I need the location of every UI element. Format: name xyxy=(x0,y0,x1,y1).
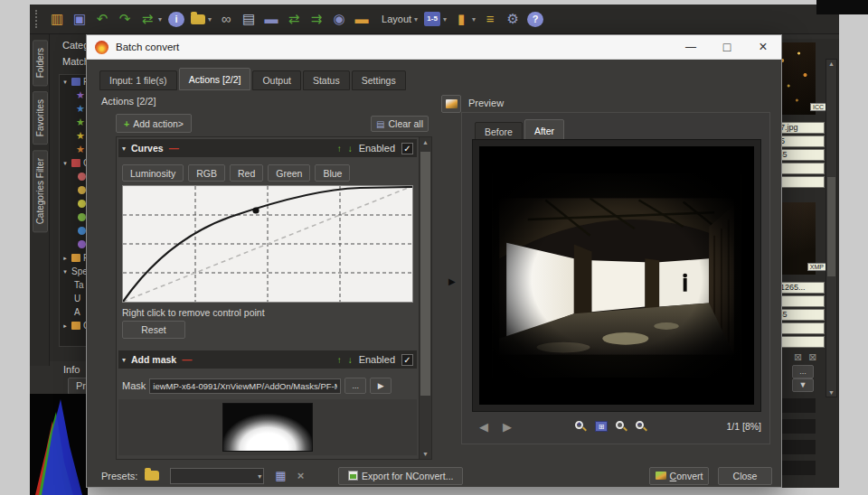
settings-icon[interactable]: ⚙ xyxy=(505,10,521,28)
tree-expander-icon[interactable]: ▾ xyxy=(61,160,69,167)
tree-expander-icon[interactable]: ▸ xyxy=(61,322,69,330)
preset-combobox[interactable]: ▾ xyxy=(170,468,264,484)
scrollbar-thumb[interactable] xyxy=(420,152,430,396)
presets-folder-icon[interactable] xyxy=(145,471,159,481)
scroll-up-icon[interactable]: ▲ xyxy=(826,61,836,67)
add-action-button[interactable]: + Add action> xyxy=(116,114,192,133)
enabled-checkbox[interactable]: ✓ xyxy=(401,143,413,154)
previous-image-icon[interactable]: ◀ xyxy=(472,420,495,434)
tab-actions[interactable]: Actions [2/2] xyxy=(179,68,251,90)
filter-button[interactable]: ▼ xyxy=(792,378,814,392)
move-down-icon[interactable]: ↓ xyxy=(348,355,353,365)
mask-browse-button[interactable]: ... xyxy=(344,378,366,394)
channel-green-button[interactable]: Green xyxy=(268,164,310,182)
close-window-button[interactable]: × xyxy=(745,35,781,59)
tree-expander-icon[interactable]: ▾ xyxy=(61,268,69,276)
browser-icon[interactable]: ▥ xyxy=(49,10,65,28)
close-button[interactable]: Close xyxy=(718,467,772,485)
preview-refresh-button[interactable] xyxy=(441,95,461,113)
layout-menu[interactable]: Layout xyxy=(382,14,411,24)
info-icon[interactable]: i xyxy=(168,12,184,27)
capture-icon[interactable]: ◉ xyxy=(331,10,347,28)
dialog-titlebar[interactable]: Batch convert — □ × xyxy=(87,35,781,60)
catalog-icon[interactable]: ▮ xyxy=(453,10,469,28)
curves-action-header[interactable]: ▾ Curves — ↑ ↓ Enabled ✓ xyxy=(118,139,417,157)
mask-preview-button[interactable]: ▶ xyxy=(370,378,392,394)
toolbar-grip[interactable] xyxy=(35,10,40,28)
open-folder-icon[interactable] xyxy=(191,14,205,24)
collapse-icon[interactable]: ▾ xyxy=(122,145,126,153)
remove-action-icon[interactable]: — xyxy=(169,143,179,154)
curves-editor[interactable] xyxy=(122,185,413,303)
mask-path-input[interactable] xyxy=(149,378,341,394)
help-icon[interactable]: ? xyxy=(527,12,543,27)
star-icon: ★ xyxy=(76,104,85,114)
clear-all-label: Clear all xyxy=(388,118,423,129)
maximize-button[interactable]: □ xyxy=(709,35,745,59)
sort-icon[interactable]: 1-5 xyxy=(424,12,440,26)
zoom-100-icon[interactable] xyxy=(616,421,627,433)
folder-tree-icon[interactable]: ≡ xyxy=(482,10,498,28)
tab-input[interactable]: Input: 1 file(s) xyxy=(99,70,177,90)
fit-to-window-icon[interactable]: ⊞ xyxy=(595,421,608,432)
scroll-down-icon[interactable]: ▼ xyxy=(826,389,836,396)
move-up-icon[interactable]: ↑ xyxy=(337,355,342,365)
file-strip-scrollbar[interactable]: ▲ ▼ xyxy=(826,59,837,397)
preview-canvas[interactable] xyxy=(479,146,754,405)
next-image-icon[interactable]: ▶ xyxy=(495,420,519,434)
dropdown-caret-icon[interactable]: ▾ xyxy=(158,15,162,23)
move-to-icon[interactable]: ⇉ xyxy=(308,10,325,28)
copy-to-icon[interactable]: ⇄ xyxy=(286,10,302,28)
channel-rgb-button[interactable]: RGB xyxy=(188,164,225,182)
reset-button[interactable]: Reset xyxy=(122,321,185,339)
zoom-out-icon[interactable]: − xyxy=(636,421,647,433)
redo-icon[interactable]: ↷ xyxy=(117,10,133,28)
collapse-icon[interactable]: ▾ xyxy=(122,356,126,364)
zoom-in-icon[interactable]: + xyxy=(575,421,587,433)
more-button[interactable]: ... xyxy=(792,365,814,378)
tab-status[interactable]: Status xyxy=(303,70,350,90)
dropdown-caret-icon[interactable]: ▾ xyxy=(443,15,447,23)
color-dot-icon xyxy=(78,173,86,181)
slideshow-icon[interactable]: ▬ xyxy=(354,10,370,28)
move-up-icon[interactable]: ↑ xyxy=(337,144,342,154)
search-icon[interactable]: ∞ xyxy=(218,10,234,28)
scrollbar-thumb[interactable] xyxy=(827,177,835,276)
sidebar-tab-categories-filter[interactable]: Categories Filter xyxy=(33,150,48,232)
save-preset-icon[interactable]: ▦ xyxy=(275,469,286,482)
clear-all-button[interactable]: ▤ Clear all xyxy=(371,116,429,132)
scan-icon[interactable]: ▬ xyxy=(263,10,279,28)
dropdown-caret-icon[interactable]: ▾ xyxy=(208,15,212,23)
actions-scrollbar[interactable]: ▲ ▼ xyxy=(419,137,431,459)
undo-icon[interactable]: ↶ xyxy=(94,10,110,28)
convert-button[interactable]: Convert xyxy=(649,467,709,485)
delete-preset-icon[interactable]: × xyxy=(297,469,305,482)
scroll-down-icon[interactable]: ▼ xyxy=(420,451,431,457)
print-icon[interactable]: ▤ xyxy=(241,10,257,28)
preset-input[interactable] xyxy=(171,469,249,483)
move-down-icon[interactable]: ↓ xyxy=(348,144,353,154)
channel-red-button[interactable]: Red xyxy=(230,164,263,182)
convert-icon[interactable]: ⇄ xyxy=(139,10,156,28)
combo-caret-icon[interactable]: ▾ xyxy=(258,472,261,481)
tree-expander-icon[interactable]: ▸ xyxy=(61,255,69,262)
dropdown-caret-icon[interactable]: ▾ xyxy=(472,15,476,23)
channel-luminosity-button[interactable]: Luminosity xyxy=(122,164,184,182)
sidebar-tab-folders[interactable]: Folders xyxy=(33,40,48,86)
sidebar-tab-favorites[interactable]: Favorites xyxy=(33,91,48,145)
tab-output[interactable]: Output xyxy=(252,70,301,90)
dropdown-caret-icon[interactable]: ▾ xyxy=(414,15,418,23)
scroll-up-icon[interactable]: ▲ xyxy=(420,139,431,145)
fullscreen-icon[interactable]: ▣ xyxy=(71,10,88,28)
remove-action-icon[interactable]: — xyxy=(182,354,192,365)
tree-expander-icon[interactable]: ▾ xyxy=(61,79,69,86)
pane-expander-icon[interactable]: ▶ xyxy=(448,276,456,286)
curves-channel-buttons: Luminosity RGB Red Green Blue xyxy=(122,164,350,182)
tab-settings[interactable]: Settings xyxy=(352,70,406,90)
minimize-button[interactable]: — xyxy=(673,35,709,59)
export-nconvert-button[interactable]: Export for NConvert... xyxy=(338,467,463,485)
enabled-checkbox[interactable]: ✓ xyxy=(401,354,413,366)
image-icon xyxy=(446,99,458,108)
add-mask-action-header[interactable]: ▾ Add mask — ↑ ↓ Enabled ✓ xyxy=(118,350,417,369)
channel-blue-button[interactable]: Blue xyxy=(315,164,350,182)
